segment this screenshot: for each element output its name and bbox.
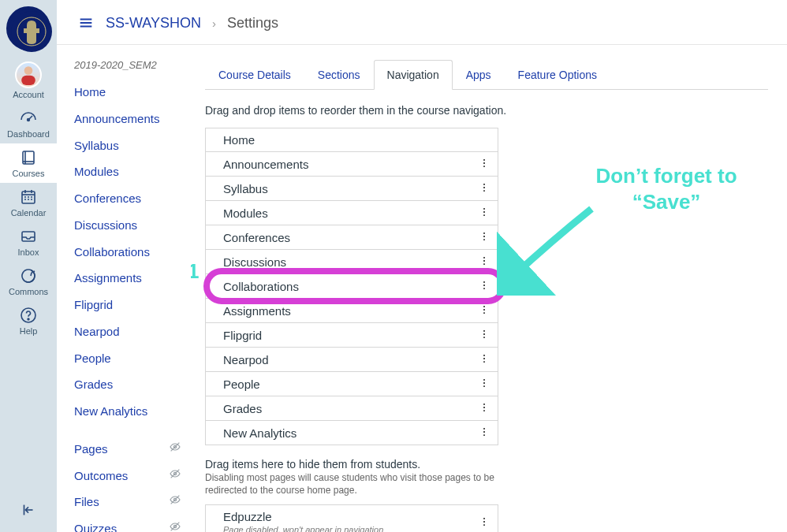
gnav-courses[interactable]: Courses: [0, 143, 57, 183]
svg-point-36: [483, 333, 485, 335]
course-nav-label: Collaborations: [74, 244, 150, 261]
hidden-eye-icon: [169, 441, 181, 458]
course-term: 2019-2020_SEM2: [74, 59, 188, 71]
kebab-icon[interactable]: [477, 426, 491, 440]
course-nav-collaborations[interactable]: Collaborations: [74, 239, 188, 266]
nav-item-label: Announcements: [223, 158, 308, 171]
kebab-icon[interactable]: [477, 328, 491, 342]
nav-item-announcements[interactable]: Announcements: [205, 152, 498, 177]
breadcrumb-leaf: Settings: [227, 15, 278, 32]
kebab-icon[interactable]: [477, 206, 491, 220]
commons-icon: [19, 266, 38, 285]
course-nav-nearpod[interactable]: Nearpod: [74, 318, 188, 345]
kebab-icon[interactable]: [477, 401, 491, 415]
gnav-inbox[interactable]: Inbox: [0, 222, 57, 262]
school-logo[interactable]: [6, 6, 50, 50]
svg-point-27: [483, 260, 485, 262]
course-nav-flipgrid[interactable]: Flipgrid: [74, 292, 188, 318]
svg-point-19: [483, 190, 485, 192]
gauge-icon: [19, 109, 38, 128]
gnav-calendar[interactable]: Calendar: [0, 183, 57, 222]
gnav-commons[interactable]: Commons: [0, 262, 57, 301]
collapse-rail-button[interactable]: [0, 490, 57, 532]
course-nav-label: Nearpod: [74, 323, 120, 340]
nav-item-label: New Analytics: [223, 426, 297, 440]
course-nav-syllabus[interactable]: Syllabus: [74, 132, 188, 159]
course-nav-label: Syllabus: [74, 137, 119, 154]
course-nav-pages[interactable]: Pages: [74, 436, 188, 463]
tab-nav[interactable]: Navigation: [374, 60, 453, 90]
course-nav-discussions[interactable]: Discussions: [74, 212, 188, 239]
nav-item-home[interactable]: Home: [205, 128, 498, 152]
gnav-label: Help: [20, 326, 38, 336]
course-nav-label: Outcomes: [74, 467, 128, 485]
course-nav-grades[interactable]: Grades: [74, 371, 188, 398]
course-nav-conferences[interactable]: Conferences: [74, 185, 188, 212]
course-nav-label: Conferences: [74, 190, 141, 207]
course-nav-modules[interactable]: Modules: [74, 158, 188, 185]
nav-item-assignments[interactable]: Assignments: [205, 299, 498, 323]
course-nav-outcomes[interactable]: Outcomes: [74, 463, 188, 489]
annotation-save-text: Don’t forget to “Save”: [560, 163, 773, 214]
nav-item-label: Nearpod: [223, 353, 269, 366]
tab-sections[interactable]: Sections: [304, 60, 374, 90]
gnav-help[interactable]: Help: [0, 301, 57, 340]
nav-hidden-list[interactable]: EdpuzzlePage disabled, won't appear in n…: [205, 504, 498, 532]
course-nav-announcements[interactable]: Announcements: [74, 106, 188, 132]
breadcrumb-course[interactable]: SS-WAYSHON: [106, 15, 201, 32]
gnav-label: Dashboard: [7, 129, 50, 139]
hamburger-icon[interactable]: [77, 14, 95, 32]
svg-point-26: [483, 257, 485, 259]
nav-visible-list[interactable]: HomeAnnouncementsSyllabusModulesConferen…: [205, 128, 498, 445]
nav-item-label: Conferences: [223, 231, 290, 244]
help-icon: [19, 306, 38, 325]
course-nav-quizzes[interactable]: Quizzes: [74, 515, 188, 532]
course-nav-assignments[interactable]: Assignments: [74, 265, 188, 292]
nav-item-collaborations[interactable]: Collaborations: [205, 274, 498, 299]
nav-item-conferences[interactable]: Conferences: [205, 225, 498, 250]
kebab-icon[interactable]: [477, 515, 491, 530]
tab-feature[interactable]: Feature Options: [505, 60, 610, 90]
global-nav: Account Dashboard Courses Calendar Inbox…: [0, 0, 57, 532]
nav-item-grades[interactable]: Grades: [205, 396, 498, 421]
course-nav-label: Discussions: [74, 217, 137, 234]
breadcrumb: SS-WAYSHON › Settings: [57, 0, 787, 39]
course-nav-files[interactable]: Files: [74, 489, 188, 515]
nav-item-syllabus[interactable]: Syllabus: [205, 177, 498, 201]
svg-point-33: [483, 309, 485, 311]
svg-point-48: [483, 431, 485, 433]
gnav-account[interactable]: Account: [0, 57, 57, 104]
nav-item-modules[interactable]: Modules: [205, 201, 498, 225]
annotation-arrow: [497, 201, 607, 296]
svg-rect-7: [22, 232, 35, 241]
kebab-icon[interactable]: [477, 377, 491, 391]
svg-point-44: [483, 404, 485, 405]
course-nav-home[interactable]: Home: [74, 79, 188, 106]
tab-details[interactable]: Course Details: [205, 60, 304, 90]
svg-point-30: [483, 285, 485, 286]
course-nav-people[interactable]: People: [74, 345, 188, 372]
svg-point-51: [483, 521, 485, 523]
annotation-number-1: 1: [191, 259, 199, 284]
nav-item-flipgrid[interactable]: Flipgrid: [205, 323, 498, 348]
svg-point-28: [483, 263, 485, 265]
svg-point-16: [483, 166, 485, 167]
kebab-icon[interactable]: [477, 303, 491, 318]
gnav-label: Inbox: [18, 247, 39, 257]
tab-apps[interactable]: Apps: [453, 60, 505, 90]
kebab-icon[interactable]: [477, 352, 491, 366]
kebab-icon[interactable]: [477, 181, 491, 195]
gnav-dashboard[interactable]: Dashboard: [0, 104, 57, 143]
nav-item-people[interactable]: People: [205, 372, 498, 396]
collapse-rail-icon: [20, 501, 37, 521]
nav-item-new-analytics[interactable]: New Analytics: [205, 421, 498, 445]
kebab-icon[interactable]: [477, 157, 491, 171]
kebab-icon[interactable]: [477, 279, 491, 293]
kebab-icon[interactable]: [477, 230, 491, 244]
nav-item-edpuzzle[interactable]: EdpuzzlePage disabled, won't appear in n…: [205, 505, 498, 532]
course-nav-label: Home: [74, 84, 106, 101]
nav-item-discussions[interactable]: Discussions: [205, 250, 498, 274]
nav-item-nearpod[interactable]: Nearpod: [205, 348, 498, 372]
course-nav-new-analytics[interactable]: New Analytics: [74, 398, 188, 425]
kebab-icon[interactable]: [477, 255, 491, 269]
